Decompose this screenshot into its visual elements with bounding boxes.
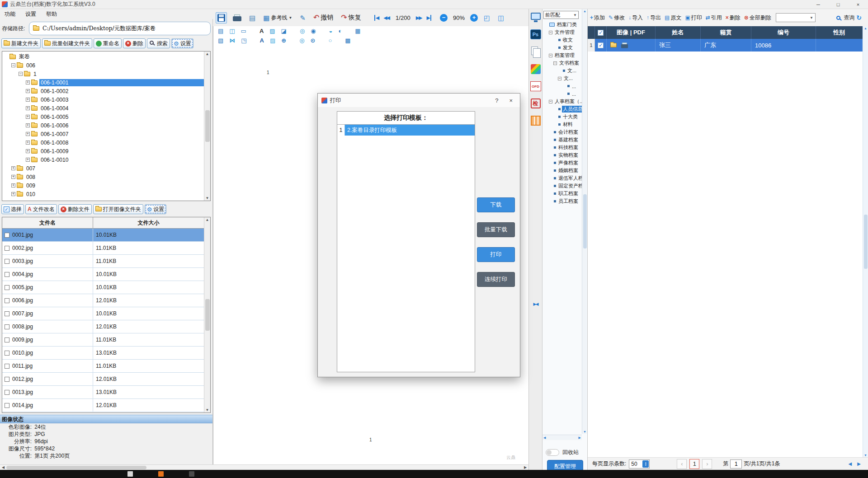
tree-item[interactable]: + 006-1-0002 (2, 87, 204, 95)
recycle-bin-toggle[interactable] (546, 449, 559, 456)
minimize-button[interactable]: ─ (808, 0, 828, 9)
folder-toolbar-button[interactable]: 批量创建文件夹 (42, 38, 92, 48)
file-checkbox[interactable] (5, 324, 9, 329)
expander-icon[interactable]: − (11, 63, 15, 67)
expander-icon[interactable]: + (26, 132, 30, 136)
column-header-code[interactable]: 编号 (751, 26, 816, 39)
taskbar-app-icon[interactable] (189, 471, 194, 477)
file-checkbox[interactable] (5, 272, 9, 277)
expander-icon[interactable]: + (11, 166, 15, 170)
pdf-print-icon[interactable] (621, 42, 628, 48)
expander-icon[interactable]: − (553, 61, 557, 65)
file-checkbox[interactable] (5, 403, 9, 408)
folder-toolbar-button[interactable]: 新建文件夹 (1, 38, 41, 48)
file-row[interactable]: 0003.jpg 11.01KB (2, 255, 204, 268)
scroll-up-icon[interactable]: ▲ (206, 52, 209, 56)
tree-item[interactable]: − 006 (2, 61, 204, 70)
spin-down-icon[interactable]: ▼ (645, 464, 647, 466)
zoom-out-button[interactable]: − (440, 14, 448, 22)
page-size-input[interactable]: 50 ▲ ▼ (629, 459, 650, 469)
expander-icon[interactable]: − (549, 100, 552, 103)
dpi-icon[interactable]: ◉ (311, 28, 316, 34)
select-all-checkbox[interactable] (598, 30, 604, 36)
original-button[interactable]: ▤ 原文 (665, 14, 681, 22)
select-area-icon[interactable]: ▭ (241, 28, 246, 34)
catalog-tree-item[interactable]: 材料 (543, 121, 582, 128)
record-row[interactable]: 1 张三 广东 10086 (588, 39, 863, 52)
add-button[interactable]: + 添加 (590, 14, 605, 22)
catalog-tree-item[interactable]: 固定资产档案 (543, 182, 582, 190)
menu-settings[interactable]: 设置 (25, 10, 36, 18)
inspect-icon[interactable]: 检 (531, 98, 541, 108)
catalog-tree-item[interactable]: 收文 (543, 36, 582, 44)
undo-button[interactable]: ↶ 撤销 (311, 12, 335, 23)
catalog-tree-item[interactable]: 基建档案 (543, 136, 582, 144)
maximize-button[interactable]: □ (828, 0, 848, 9)
tree-item[interactable]: + 006-1-0005 (2, 112, 204, 121)
dialog-action-button[interactable]: 批量下载 (477, 222, 515, 237)
file-checkbox[interactable] (5, 364, 9, 369)
current-page-button[interactable]: 1 (689, 459, 699, 469)
file-checkbox[interactable] (5, 298, 9, 303)
merge-pages-icon[interactable]: ⋈ (229, 37, 235, 43)
catalog-tree-item[interactable]: 档案门类 (543, 21, 582, 28)
file-toolbar-button[interactable]: 文件改名 (25, 204, 57, 214)
catalog-tree-item[interactable]: − 文... (543, 75, 582, 82)
tree-item[interactable]: 案卷 (2, 52, 204, 61)
next-page-button[interactable]: ▶▶ (416, 15, 423, 21)
image-adjust-icon[interactable]: ▧ (218, 37, 223, 43)
file-checkbox[interactable] (5, 285, 9, 290)
file-row[interactable]: 0008.jpg 12.01KB (2, 320, 204, 333)
column-header-gender[interactable]: 性别 (816, 26, 863, 39)
file-row[interactable]: 0001.jpg 10.01KB (2, 229, 204, 242)
scroll-down-icon[interactable]: ▼ (206, 196, 209, 200)
scroll-up-icon[interactable]: ▲ (206, 218, 209, 222)
catalog-tree-item[interactable]: ... (543, 82, 582, 90)
file-row[interactable]: 0009.jpg 11.01KB (2, 333, 204, 347)
tree-item[interactable]: + 006-1-0001 (2, 78, 204, 87)
catalog-tree-item[interactable]: 声像档案 (543, 159, 582, 167)
storage-path-field[interactable]: C:/Users/admin/Desktop/元数据图库/案卷 (29, 22, 211, 35)
file-row[interactable]: 0013.jpg 13.01KB (2, 386, 204, 399)
expander-icon[interactable]: + (26, 106, 30, 110)
expander-icon[interactable]: + (26, 158, 30, 162)
expander-icon[interactable]: − (19, 72, 23, 76)
focus-icon[interactable]: ◎ (299, 37, 304, 43)
os-taskbar[interactable] (0, 470, 868, 478)
file-row[interactable]: 0006.jpg 12.01KB (2, 294, 204, 307)
close-button[interactable]: × (848, 0, 868, 9)
expander-icon[interactable]: − (549, 54, 552, 57)
tree-item[interactable]: − 1 (2, 70, 204, 78)
folder-toolbar-button[interactable]: 重命名 (94, 38, 122, 48)
menu-function[interactable]: 功能 (5, 10, 15, 18)
file-row[interactable]: 0002.jpg 11.01KB (2, 242, 204, 255)
guides-dropdown[interactable]: ▦ 参考线 ▼ (261, 12, 294, 23)
expander-icon[interactable]: − (558, 77, 561, 80)
export-button[interactable]: ↑ 导出 (646, 14, 661, 22)
expander-icon[interactable]: + (26, 123, 30, 127)
scroll-left-icon[interactable]: ◀ (849, 461, 852, 466)
annotate-button[interactable]: ✎ (298, 13, 307, 23)
column-header-name[interactable]: 姓名 (656, 26, 701, 39)
scroll-down-icon[interactable]: ▼ (206, 408, 209, 412)
taskbar-app-icon[interactable] (158, 471, 164, 477)
photoshop-icon[interactable]: Ps (530, 29, 541, 39)
grid-view-icon[interactable]: ▦ (355, 28, 360, 34)
catalog-tree-item[interactable]: 退伍军人档案 (543, 174, 582, 182)
expander-icon[interactable]: + (26, 115, 30, 119)
horizontal-scrollbar[interactable]: ◀ ▶ (0, 464, 528, 470)
scroll-thumb[interactable] (205, 110, 210, 142)
contrast-icon[interactable]: ◐ (338, 28, 342, 34)
tree-item[interactable]: + 008 (2, 173, 204, 181)
fit-page-button[interactable]: ◰ (482, 13, 492, 23)
file-toolbar-button[interactable]: 删除文件 (58, 204, 92, 214)
catalog-tree-item[interactable]: − 档案管理 (543, 52, 582, 59)
catalog-tree-item[interactable]: 婚姻档案 (543, 167, 582, 174)
file-checkbox[interactable] (5, 311, 9, 316)
tree-item[interactable]: + 006-1-0003 (2, 95, 204, 104)
catalog-tree-item[interactable]: − 文件管理 (543, 28, 582, 36)
modify-button[interactable]: ✎ 修改 (609, 14, 625, 22)
tree-item[interactable]: + 010 (2, 190, 204, 198)
catalog-horizontal-scrollbar[interactable]: ◀ ▶ (542, 435, 582, 440)
expander-icon[interactable]: + (26, 141, 30, 145)
